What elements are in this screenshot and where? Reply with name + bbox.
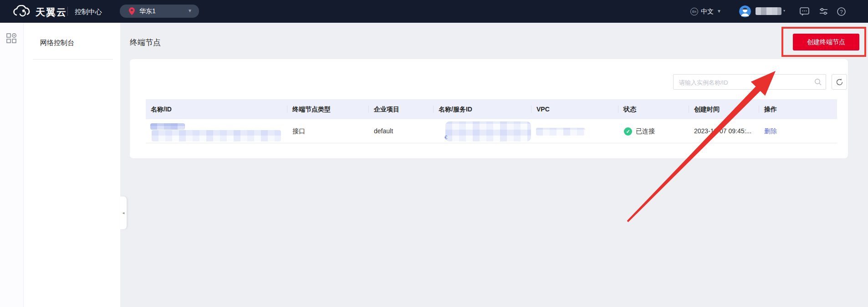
settings-sliders-icon[interactable] [819, 7, 828, 16]
table-row[interactable]: 接口 default € ✓ 已连接 2023-12-07 09:45:... … [146, 119, 837, 143]
col-enterprise-project[interactable]: 企业项目 [369, 99, 434, 119]
col-endpoint-type[interactable]: 终端节点类型 [287, 99, 369, 119]
status-connected-icon: ✓ [624, 127, 632, 136]
search-input[interactable]: 请输入实例名称/ID [673, 74, 826, 90]
col-actions[interactable]: 操作 [759, 99, 837, 119]
cell-vpc [531, 119, 618, 143]
feedback-message-icon[interactable] [800, 7, 809, 16]
create-endpoint-button[interactable]: 创建终端节点 [793, 34, 859, 50]
refresh-button[interactable] [832, 74, 847, 90]
cell-service-id: € [434, 119, 531, 143]
location-pin-icon [129, 7, 135, 15]
cell-status: ✓ 已连接 [618, 119, 689, 143]
cell-endpoint-type: 接口 [287, 119, 369, 143]
console-center-link[interactable]: 控制中心 [75, 8, 102, 16]
user-avatar[interactable] [739, 5, 751, 17]
service-id-prefix: € [444, 135, 447, 140]
col-name-id[interactable]: 名称/ID [146, 99, 287, 119]
region-caret-icon: ▼ [188, 8, 192, 13]
user-menu-caret-icon: ▾ [783, 9, 785, 13]
service-icon-strip [0, 23, 24, 307]
col-service-id[interactable]: 名称/服务ID [434, 99, 531, 119]
language-selector[interactable]: 中文 [701, 8, 714, 16]
navbar-divider [67, 7, 68, 16]
help-icon[interactable]: ? [837, 7, 846, 16]
cell-enterprise-project: default [369, 119, 434, 143]
sidebar-title-divider [33, 59, 113, 60]
cell-actions: 删除 [759, 119, 837, 143]
svg-text:?: ? [840, 9, 842, 15]
blurred-vpc [536, 128, 585, 136]
region-label: 华东1 [139, 7, 156, 15]
status-label: 已连接 [636, 119, 655, 143]
apps-grid-icon[interactable] [6, 33, 17, 44]
blurred-id [152, 130, 281, 141]
cell-name-id [146, 119, 287, 143]
ctyun-cloud-logo-icon [12, 5, 34, 18]
top-navbar: 天翼云 控制中心 华东1 ▼ En 中文 ▼ ▾ ? [0, 0, 868, 23]
blurred-name [150, 123, 185, 130]
language-globe-icon: En [690, 8, 698, 15]
language-caret-icon: ▼ [717, 9, 721, 14]
table-header: 名称/ID 终端节点类型 企业项目 名称/服务ID VPC 状态 创建时间 操作 [146, 99, 837, 119]
col-status[interactable]: 状态 [618, 99, 689, 119]
sidebar-collapse-handle[interactable]: ◂ [120, 196, 127, 229]
delete-link[interactable]: 删除 [759, 119, 777, 143]
col-created-time[interactable]: 创建时间 [689, 99, 759, 119]
blurred-service-id [445, 121, 531, 141]
sidebar-title: 网络控制台 [40, 39, 74, 47]
network-console-sidebar: 网络控制台 [24, 23, 120, 307]
brand-name: 天翼云 [36, 6, 67, 19]
cell-created-time: 2023-12-07 09:45:... [689, 119, 759, 143]
username-blurred[interactable] [756, 7, 781, 15]
search-placeholder: 请输入实例名称/ID [679, 79, 728, 87]
search-icon[interactable] [814, 78, 822, 86]
page-title: 终端节点 [130, 37, 161, 48]
col-vpc[interactable]: VPC [531, 99, 618, 119]
refresh-icon [836, 78, 843, 86]
